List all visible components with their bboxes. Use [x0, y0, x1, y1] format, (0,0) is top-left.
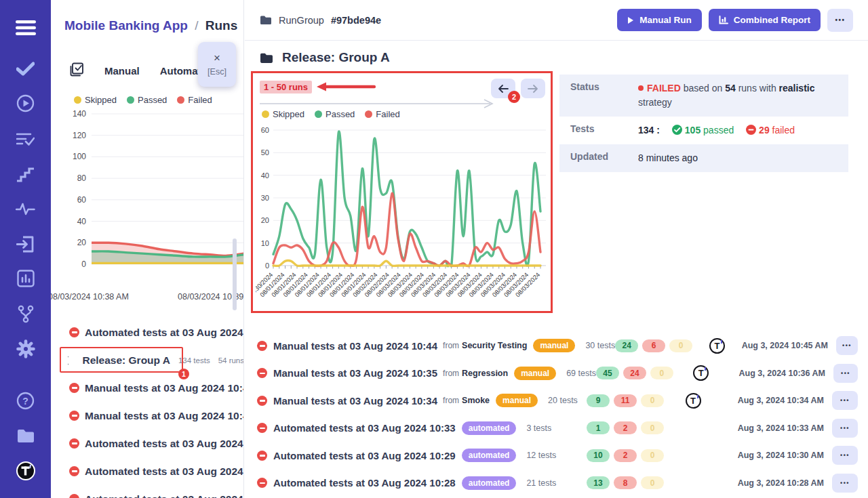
run-list-item[interactable]: Manual tests at 03 Aug 2024 10:43 [51, 374, 244, 402]
topbar-actions: Manual Run Combined Report ••• [617, 9, 853, 32]
legend-item-passed: Passed [127, 95, 167, 105]
failed-status-icon [69, 438, 79, 449]
svg-text:40: 40 [261, 171, 269, 180]
run-source[interactable]: Regression [462, 369, 508, 378]
row-menu-button[interactable]: ••• [832, 474, 858, 493]
user-avatar[interactable]: T [709, 338, 725, 354]
run-group-id: #97bde94e [331, 15, 381, 26]
run-title[interactable]: Automated tests at 03 Aug 2024 10:4 [85, 438, 244, 450]
row-menu-button[interactable]: ••• [833, 364, 858, 383]
row-menu-button[interactable]: ••• [836, 336, 858, 355]
settings-gear-icon[interactable] [0, 339, 51, 359]
run-tests-count: 3 tests [526, 423, 551, 433]
run-row[interactable]: Automated tests at 03 Aug 2024 10:33auto… [252, 415, 862, 442]
prev-page-button[interactable]: 2 [491, 79, 515, 98]
user-avatar[interactable]: T [686, 393, 701, 409]
bar-chart-icon[interactable] [0, 268, 51, 289]
list-check-icon[interactable] [0, 129, 51, 149]
folder-icon[interactable] [0, 426, 51, 446]
svg-text:120: 120 [73, 131, 86, 140]
check-icon[interactable] [0, 58, 51, 79]
status-value: FAILED based on 54 runs with realistic s… [638, 81, 837, 110]
close-icon[interactable]: × [214, 52, 220, 64]
run-tests-count: 30 tests [585, 341, 615, 350]
topbar-more-button[interactable]: ••• [827, 9, 853, 32]
manual-run-button[interactable]: Manual Run [617, 9, 702, 31]
legend-dot [365, 110, 372, 118]
checklist-icon[interactable] [70, 62, 84, 79]
legend-dot [262, 110, 269, 118]
row-menu-button[interactable]: ••• [832, 419, 858, 438]
play-circle-icon[interactable] [0, 93, 51, 113]
tab-manual[interactable]: Manual [104, 65, 140, 77]
left-runs-list: Automated tests at 03 Aug 2024 10:4 Rele… [51, 318, 244, 498]
run-title[interactable]: Automated tests at 03 Aug 2024 1 [85, 493, 244, 498]
legend-dot [177, 96, 184, 104]
result-chips: 24 6 0 [615, 339, 692, 352]
run-title[interactable]: Manual tests at 03 Aug 2024 10:44 [273, 340, 437, 352]
run-source[interactable]: Security Testing [462, 341, 527, 350]
run-title[interactable]: Manual tests at 03 Aug 2024 10:42 [85, 410, 244, 422]
legend-item-failed: Failed [177, 95, 212, 105]
run-group-title[interactable]: Release: Group A [82, 354, 170, 367]
run-list-item[interactable]: Automated tests at 03 Aug 2024 10:4 [51, 430, 244, 457]
run-list-item[interactable]: Automated tests at 03 Aug 2024 10:4 [51, 318, 244, 346]
row-menu-button[interactable]: ••• [832, 446, 858, 465]
breadcrumb-separator: / [195, 18, 198, 33]
run-title[interactable]: Manual tests at 03 Aug 2024 10:34 [273, 395, 437, 407]
failed-minus-icon [746, 125, 756, 135]
failed-status-icon [257, 341, 267, 351]
svg-text:10: 10 [261, 239, 269, 247]
run-row[interactable]: Automated tests at 03 Aug 2024 10:28auto… [252, 470, 862, 497]
user-avatar[interactable]: T [693, 365, 709, 381]
run-title[interactable]: Automated tests at 03 Aug 2024 10:29 [273, 450, 456, 461]
failed-status-icon [69, 383, 79, 393]
play-icon [627, 16, 634, 24]
row-menu-button[interactable]: ••• [832, 391, 858, 410]
help-icon[interactable]: ? [0, 390, 51, 411]
run-list-item[interactable]: Automated tests at 03 Aug 2024 10:4 [51, 457, 244, 485]
menu-icon[interactable] [0, 18, 51, 38]
run-title[interactable]: Automated tests at 03 Aug 2024 10:4 [85, 327, 244, 339]
log-in-icon[interactable] [0, 234, 51, 254]
esc-close-card[interactable]: × [Esc] [198, 42, 236, 87]
run-row[interactable]: Manual tests at 03 Aug 2024 10:34from Sm… [252, 387, 862, 415]
run-row[interactable]: Automated tests at 03 Aug 2024 10:29auto… [252, 442, 862, 470]
skipped-chip: 0 [641, 421, 664, 434]
annotation-badge-1: 1 [178, 369, 189, 379]
failed-status-icon [257, 451, 267, 461]
run-list-item[interactable]: Manual tests at 03 Aug 2024 10:42 [51, 402, 244, 430]
breadcrumb-project[interactable]: Mobile Banking App [64, 18, 188, 33]
run-list-item[interactable]: Automated tests at 03 Aug 2024 1 [51, 485, 244, 498]
run-title[interactable]: Automated tests at 03 Aug 2024 10:28 [273, 477, 456, 489]
run-title[interactable]: Automated tests at 03 Aug 2024 10:4 [85, 465, 244, 478]
run-title[interactable]: Manual tests at 03 Aug 2024 10:43 [85, 382, 244, 394]
steps-icon[interactable] [0, 164, 51, 184]
failed-chip: 2 [614, 421, 637, 434]
git-branch-icon[interactable] [0, 304, 51, 324]
panel-scrollbar[interactable] [233, 238, 237, 310]
run-title[interactable]: Automated tests at 03 Aug 2024 10:33 [273, 422, 456, 434]
activity-icon[interactable] [0, 199, 51, 219]
arrow-right-icon [528, 85, 538, 93]
status-label: Status [570, 81, 638, 92]
next-page-button[interactable] [521, 79, 545, 98]
icon-sidebar: ? [0, 0, 51, 498]
run-row[interactable]: Manual tests at 03 Aug 2024 10:44from Se… [252, 332, 862, 360]
combined-report-button[interactable]: Combined Report [709, 9, 821, 31]
run-title[interactable]: Manual tests at 03 Aug 2024 10:35 [273, 367, 437, 379]
chart-pagination: 2 [491, 79, 545, 98]
failed-chip: 24 [623, 367, 646, 379]
run-date: Aug 3, 2024 10:45 AM [742, 341, 828, 350]
folder-icon [77, 355, 77, 365]
run-date: Aug 3, 2024 10:30 AM [722, 451, 824, 460]
svg-text:40: 40 [77, 217, 87, 226]
breadcrumb-page: Runs [205, 18, 238, 33]
run-row[interactable]: Manual tests at 03 Aug 2024 10:35from Re… [252, 360, 862, 388]
svg-text:50: 50 [261, 148, 269, 157]
run-group-item[interactable]: Release: Group A 134 tests 54 runs 1 [51, 346, 244, 374]
failed-status-icon [257, 396, 267, 406]
app-logo[interactable] [0, 461, 51, 481]
passed-chip: 9 [587, 394, 610, 407]
run-source[interactable]: Smoke [462, 396, 490, 405]
